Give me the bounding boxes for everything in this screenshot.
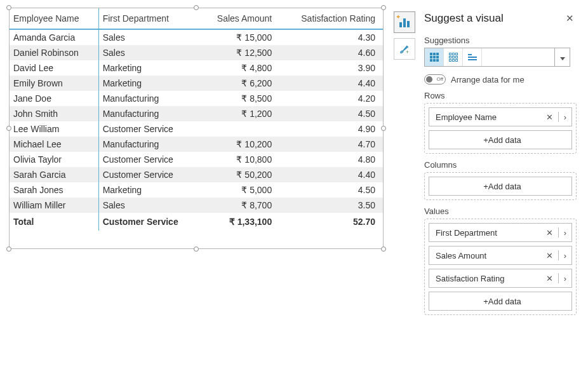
- cell-first-department: Marketing: [98, 76, 199, 91]
- suggest-visual-pane: Suggest a visual ✕ Suggestions Off Arran…: [424, 11, 577, 315]
- cell-satisfaction-rating: 4.70: [279, 137, 383, 152]
- cell-employee-name: Michael Lee: [10, 137, 98, 152]
- table-row[interactable]: Emily BrownMarketing₹ 6,2004.40: [10, 76, 383, 91]
- cell-first-department: Manufacturing: [98, 137, 199, 152]
- suggestion-list-icon[interactable]: [463, 48, 482, 66]
- suggest-visual-tab[interactable]: ✦: [394, 11, 415, 33]
- field-options-button[interactable]: ›: [561, 228, 569, 238]
- cell-sales-amount: ₹ 6,200: [199, 76, 279, 91]
- cell-satisfaction-rating: 4.40: [279, 76, 383, 91]
- cell-first-department: Marketing: [98, 182, 199, 198]
- cell-first-department: Sales: [98, 29, 199, 45]
- field-options-button[interactable]: ›: [561, 274, 569, 283]
- values-section-label: Values: [424, 206, 577, 216]
- column-header-employee-name[interactable]: Employee Name: [10, 8, 98, 29]
- table-row[interactable]: David LeeMarketing₹ 4,8003.90: [10, 60, 383, 76]
- suggestion-matrix-icon[interactable]: [425, 48, 444, 66]
- remove-field-button[interactable]: ✕: [544, 251, 556, 260]
- table-row[interactable]: Daniel RobinsonSales₹ 12,5004.60: [10, 45, 383, 60]
- rows-add-data-button[interactable]: +Add data: [429, 130, 572, 149]
- column-header-satisfaction-rating[interactable]: Satisfaction Rating: [279, 8, 383, 29]
- pane-title: Suggest a visual: [424, 12, 504, 25]
- cell-sales-amount: ₹ 12,500: [199, 45, 279, 60]
- cell-employee-name: Emily Brown: [10, 76, 98, 91]
- cell-sales-amount: ₹ 8,500: [199, 91, 279, 106]
- remove-field-button[interactable]: ✕: [544, 274, 556, 283]
- resize-handle[interactable]: [381, 246, 386, 252]
- close-pane-button[interactable]: ✕: [563, 11, 577, 25]
- cell-employee-name: Olivia Taylor: [10, 152, 98, 167]
- cell-satisfaction-rating: 4.50: [279, 106, 383, 121]
- total-row: Total Customer Service ₹ 1,33,100 52.70: [10, 213, 383, 231]
- cell-employee-name: Jane Doe: [10, 91, 98, 106]
- cell-employee-name: Daniel Robinson: [10, 45, 98, 60]
- resize-handle[interactable]: [6, 246, 11, 252]
- columns-field-well[interactable]: +Add data: [424, 172, 577, 200]
- table-row[interactable]: Sarah JonesMarketing₹ 5,0004.50: [10, 182, 383, 198]
- cell-first-department: Marketing: [98, 60, 199, 76]
- table-visual-container[interactable]: Employee Name First Department Sales Amo…: [9, 8, 384, 249]
- field-options-button[interactable]: ›: [561, 251, 569, 260]
- values-add-data-button[interactable]: +Add data: [429, 292, 572, 311]
- separator: [558, 273, 559, 283]
- cell-first-department: Sales: [98, 45, 199, 60]
- field-options-button[interactable]: ›: [561, 112, 569, 122]
- column-header-first-department[interactable]: First Department: [98, 8, 199, 29]
- columns-add-data-button[interactable]: +Add data: [429, 177, 572, 196]
- values-field-well[interactable]: First Department✕›Sales Amount✕›Satisfac…: [424, 219, 577, 315]
- table-row[interactable]: John SmithManufacturing₹ 1,2004.50: [10, 106, 383, 121]
- rows-field-well[interactable]: Employee Name✕› +Add data: [424, 103, 577, 154]
- table-row[interactable]: Michael LeeManufacturing₹ 10,2004.70: [10, 137, 383, 152]
- cell-satisfaction-rating: 3.90: [279, 60, 383, 76]
- cell-sales-amount: ₹ 50,200: [199, 167, 279, 182]
- separator: [558, 112, 559, 122]
- remove-field-button[interactable]: ✕: [544, 112, 556, 122]
- spark-icon: ✦: [396, 13, 401, 20]
- cell-sales-amount: ₹ 5,000: [199, 182, 279, 198]
- resize-handle[interactable]: [381, 126, 386, 131]
- field-item-label: Sales Amount: [436, 251, 544, 260]
- resize-handle[interactable]: [381, 5, 386, 10]
- field-item-label: First Department: [436, 228, 544, 238]
- cell-satisfaction-rating: 4.20: [279, 91, 383, 106]
- arrange-data-toggle[interactable]: Off: [424, 74, 446, 84]
- table-row[interactable]: Amanda GarciaSales₹ 15,0004.30: [10, 29, 383, 45]
- table-row[interactable]: Olivia TaylorCustomer Service₹ 10,8004.8…: [10, 152, 383, 167]
- remove-field-button[interactable]: ✕: [544, 228, 556, 238]
- chevron-down-icon: [560, 53, 565, 62]
- cell-first-department: Manufacturing: [98, 91, 199, 106]
- resize-handle[interactable]: [194, 5, 199, 10]
- cell-satisfaction-rating: 4.30: [279, 29, 383, 45]
- format-tab[interactable]: +: [394, 38, 415, 60]
- cell-first-department: Customer Service: [98, 121, 199, 137]
- field-item[interactable]: Employee Name✕›: [429, 107, 572, 126]
- table-row[interactable]: William MillerSales₹ 8,7003.50: [10, 198, 383, 213]
- table-row[interactable]: Jane DoeManufacturing₹ 8,5004.20: [10, 91, 383, 106]
- suggestions-more-dropdown[interactable]: [554, 48, 570, 66]
- data-table: Employee Name First Department Sales Amo…: [10, 8, 383, 231]
- cell-sales-amount: ₹ 10,800: [199, 152, 279, 167]
- resize-handle[interactable]: [194, 246, 199, 252]
- column-header-sales-amount[interactable]: Sales Amount: [199, 8, 279, 29]
- cell-satisfaction-rating: 4.40: [279, 167, 383, 182]
- resize-handle[interactable]: [6, 126, 11, 131]
- header-row: Employee Name First Department Sales Amo…: [10, 8, 383, 29]
- cell-first-department: Customer Service: [98, 167, 199, 182]
- table-row[interactable]: Sarah GarciaCustomer Service₹ 50,2004.40: [10, 167, 383, 182]
- suggestions-label: Suggestions: [424, 36, 577, 45]
- cell-sales-amount: ₹ 15,000: [199, 29, 279, 45]
- suggestion-table-icon[interactable]: [444, 48, 463, 66]
- cell-employee-name: Sarah Garcia: [10, 167, 98, 182]
- field-item[interactable]: Sales Amount✕›: [429, 246, 572, 265]
- resize-handle[interactable]: [6, 5, 11, 10]
- field-item[interactable]: First Department✕›: [429, 223, 572, 242]
- cell-employee-name: Sarah Jones: [10, 182, 98, 198]
- field-item[interactable]: Satisfaction Rating✕›: [429, 269, 572, 288]
- total-first-department: Customer Service: [98, 213, 199, 231]
- table-row[interactable]: Lee WilliamCustomer Service4.90: [10, 121, 383, 137]
- separator: [558, 227, 559, 238]
- total-sales-amount: ₹ 1,33,100: [199, 213, 279, 231]
- field-item-label: Employee Name: [436, 112, 544, 122]
- cell-satisfaction-rating: 4.80: [279, 152, 383, 167]
- side-tab-strip: ✦ +: [394, 11, 415, 60]
